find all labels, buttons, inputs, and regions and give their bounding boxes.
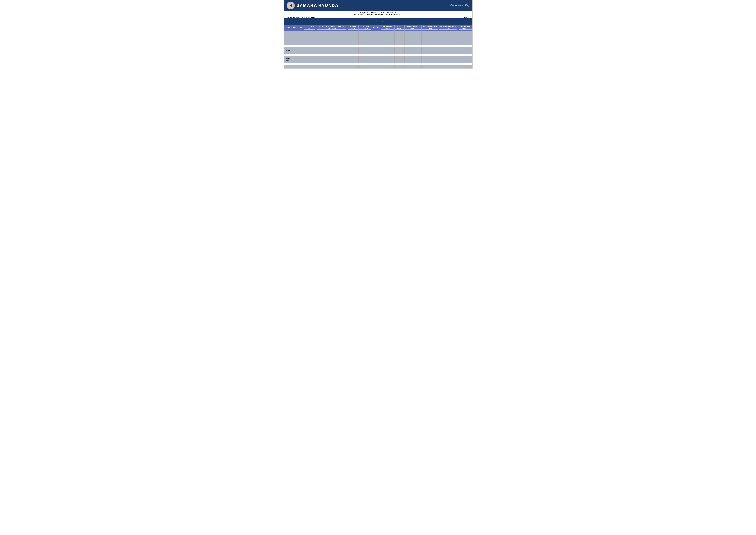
ex-showroom-cell <box>303 60 316 63</box>
insurance-cell <box>372 35 380 38</box>
rsa-cell <box>458 47 472 50</box>
insurance-cell <box>372 47 380 50</box>
col-reg-road-tax: Reg, Road Tax, MCD Parking Fees & Smart … <box>316 25 347 31</box>
logo-icon: H <box>287 2 295 10</box>
col-color: Color <box>298 25 303 31</box>
rsa-cell <box>458 42 472 45</box>
handling-cell <box>347 47 359 50</box>
onroad-cell <box>394 65 404 69</box>
warranty-cell <box>380 38 394 42</box>
insurance-cell <box>372 38 380 42</box>
color-cell <box>298 60 303 63</box>
table-row <box>284 50 472 54</box>
table-row <box>284 60 472 63</box>
separator-row <box>284 45 472 47</box>
hsr-cell <box>359 50 372 54</box>
color-cell <box>298 56 303 60</box>
variant-cell <box>292 31 298 35</box>
address-line1: B-35, LAJPAT NAGAR - II, NEW DELHI 11002… <box>284 12 472 14</box>
teflon-cell <box>421 60 438 63</box>
ex-showroom-cell <box>303 38 316 42</box>
info-bar: B-35, LAJPAT NAGAR - II, NEW DELHI 11002… <box>284 11 472 16</box>
rsa-cell <box>458 50 472 54</box>
hsr-cell <box>359 65 372 69</box>
teflon-cell <box>421 42 438 45</box>
svg-text:H: H <box>289 4 292 7</box>
insurance-cell <box>372 56 380 60</box>
handling-cell <box>347 50 359 54</box>
model-i10: i10 1.1 IRDE <box>284 56 292 63</box>
teflon-cell <box>421 56 438 60</box>
variant-cell <box>292 65 298 69</box>
teflon-cell <box>421 65 438 69</box>
ex-showroom-cell <box>303 65 316 69</box>
hsr-cell <box>359 47 372 50</box>
variant-cell <box>292 42 298 45</box>
variant-cell <box>292 35 298 38</box>
basickit-cell <box>404 42 421 45</box>
price-title-bar: PRICE LIST <box>284 18 472 24</box>
handling-cell <box>347 38 359 42</box>
handling-cell <box>347 56 359 60</box>
handling-cell <box>347 65 359 69</box>
hsr-cell <box>359 31 372 35</box>
hsr-cell <box>359 56 372 60</box>
zerodep-cell <box>438 60 458 63</box>
basickit-cell <box>404 35 421 38</box>
color-cell <box>298 47 303 50</box>
header: H SAMARA HYUNDAI Drive Your Way <box>284 0 472 11</box>
tagline: Drive Your Way <box>450 4 469 7</box>
warranty-cell <box>380 47 394 50</box>
onroad-cell <box>394 42 404 45</box>
col-zero-dep: Extra Premium for Zero Dep Policy <box>438 25 458 31</box>
col-handling: Handling Charges <box>347 25 359 31</box>
zerodep-cell <box>438 50 458 54</box>
handling-cell <box>347 42 359 45</box>
page-wrapper: H SAMARA HYUNDAI Drive Your Way B-35, LA… <box>284 0 472 69</box>
reg-tax-cell <box>316 50 347 54</box>
basickit-cell <box>404 50 421 54</box>
color-cell <box>298 50 303 54</box>
col-hsr-plate: H. S. R. Plate Charges <box>359 25 372 31</box>
handling-cell <box>347 35 359 38</box>
onroad-cell <box>394 56 404 60</box>
col-model: Model <box>284 25 292 31</box>
col-variant: Variant <box>292 25 298 31</box>
hsr-cell <box>359 42 372 45</box>
rsa-cell <box>458 65 472 69</box>
zerodep-cell <box>438 47 458 50</box>
handling-cell <box>347 60 359 63</box>
price-list-title: PRICE LIST <box>370 20 386 22</box>
ex-showroom-cell <box>303 35 316 38</box>
brand-name: SAMARA HYUNDAI <box>297 3 340 8</box>
color-cell <box>298 35 303 38</box>
insurance-cell <box>372 42 380 45</box>
zerodep-cell <box>438 65 458 69</box>
rsa-cell <box>458 31 472 35</box>
table-row <box>284 42 472 45</box>
onroad-cell <box>394 50 404 54</box>
ex-showroom-cell <box>303 47 316 50</box>
variant-cell <box>292 56 298 60</box>
warranty-cell <box>380 50 394 54</box>
ex-showroom-cell <box>303 50 316 54</box>
table-row: Santro <box>284 47 472 50</box>
teflon-cell <box>421 47 438 50</box>
table-row <box>284 65 472 69</box>
basickit-cell <box>404 65 421 69</box>
model-santro: Santro <box>284 47 292 54</box>
rsa-cell <box>458 38 472 42</box>
zerodep-cell <box>438 38 458 42</box>
teflon-cell <box>421 31 438 35</box>
basickit-cell <box>404 47 421 50</box>
zerodep-cell <box>438 42 458 45</box>
warranty-cell <box>380 56 394 60</box>
color-cell <box>298 31 303 35</box>
email-label: E-mail: sales@samarahyundai.com <box>287 16 315 18</box>
hsr-cell <box>359 35 372 38</box>
basickit-cell <box>404 31 421 35</box>
warranty-cell <box>380 35 394 38</box>
teflon-cell <box>421 38 438 42</box>
handling-cell <box>347 31 359 35</box>
col-rsa: RSA 3rd Yr/4th Yr/5th Yr <box>458 25 472 31</box>
